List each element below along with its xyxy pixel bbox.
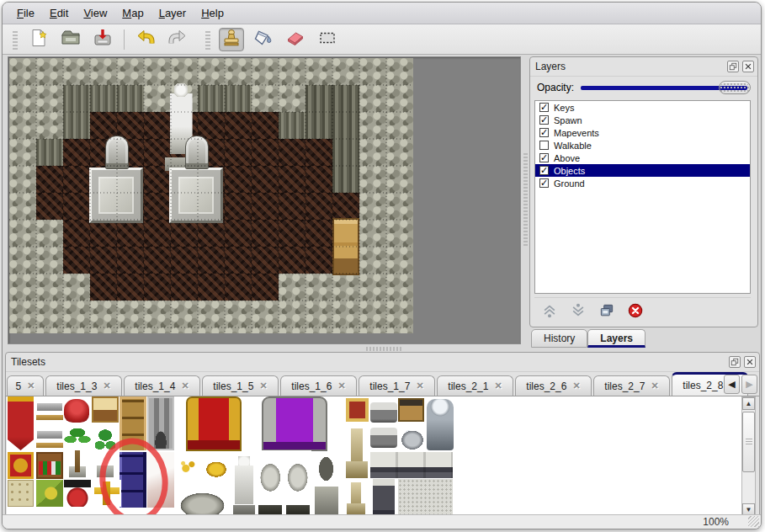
map-viewport[interactable] <box>8 56 521 344</box>
tileset-tab-tiles_2_6[interactable]: tiles_2_6✕ <box>515 375 592 396</box>
tab-close-icon[interactable]: ✕ <box>572 380 580 391</box>
tile-flag-green[interactable] <box>36 480 63 507</box>
layer-checkbox[interactable]: ✓ <box>539 103 549 112</box>
tile-crest-red[interactable] <box>8 452 34 479</box>
layer-checkbox[interactable]: ✓ <box>539 178 549 188</box>
delete-layer-button[interactable] <box>625 301 645 321</box>
tab-close-icon[interactable]: ✕ <box>27 380 35 391</box>
tile-necklace[interactable] <box>175 454 202 479</box>
undo-button[interactable] <box>133 28 158 51</box>
layer-checkbox[interactable]: ✓ <box>539 153 549 162</box>
tile-statue-white[interactable] <box>231 452 258 515</box>
tile-throne-red[interactable] <box>186 396 242 451</box>
tile-gate-gray[interactable] <box>147 396 174 450</box>
tileset-tab-tiles_1_4[interactable]: tiles_1_4✕ <box>124 375 200 396</box>
tab-history[interactable]: History <box>531 329 587 348</box>
tile-plant[interactable] <box>92 425 119 479</box>
tile-wall-post[interactable] <box>373 479 395 515</box>
tileset-tab-5[interactable]: 5✕ <box>7 375 44 396</box>
tile-portrait[interactable] <box>346 398 369 422</box>
opacity-slider[interactable] <box>581 80 751 95</box>
menu-layer[interactable]: Layer <box>151 4 194 22</box>
tile-armor-knight[interactable] <box>427 399 454 450</box>
tile-crate[interactable] <box>398 398 424 422</box>
tileset-tab-tiles_2_1[interactable]: tiles_2_1✕ <box>437 375 513 396</box>
tab-layers[interactable]: Layers <box>587 329 645 348</box>
menu-edit[interactable]: Edit <box>42 4 76 22</box>
tile-cloth-white[interactable] <box>147 452 174 508</box>
tile-loom[interactable] <box>36 426 63 450</box>
redo-button[interactable] <box>165 28 190 51</box>
float-button[interactable] <box>727 61 739 72</box>
tile-gargoyles[interactable] <box>257 450 311 515</box>
layer-row-spawn[interactable]: ✓Spawn <box>535 114 750 126</box>
duplicate-layer-button[interactable] <box>597 301 617 321</box>
float-button[interactable] <box>729 356 741 368</box>
tab-scroll-right-icon[interactable]: ▶ <box>741 375 757 394</box>
tileset-tab-tiles_2_7[interactable]: tiles_2_7✕ <box>593 375 670 396</box>
tile-cross-gold[interactable] <box>92 480 121 507</box>
tab-close-icon[interactable]: ✕ <box>103 380 110 391</box>
tile-throne-purple[interactable] <box>262 396 327 451</box>
tile-bookshelf[interactable] <box>36 452 63 479</box>
layer-row-walkable[interactable]: Walkable <box>535 139 750 152</box>
opacity-slider-handle[interactable] <box>719 81 751 94</box>
tileset-tab-tiles_1_3[interactable]: tiles_1_3✕ <box>45 375 122 396</box>
lower-layer-button[interactable] <box>568 301 588 321</box>
tab-close-icon[interactable]: ✕ <box>651 380 658 391</box>
tab-close-icon[interactable]: ✕ <box>416 380 423 391</box>
tile-wall-gray[interactable] <box>370 452 453 478</box>
tile-loom[interactable] <box>36 398 63 422</box>
tile-obelisk-small[interactable] <box>344 479 367 515</box>
tileset-tab-tiles_1_7[interactable]: tiles_1_7✕ <box>359 375 435 396</box>
fill-tool-button[interactable] <box>251 28 276 51</box>
tileset-content[interactable] <box>7 396 746 517</box>
menu-help[interactable]: Help <box>194 4 231 22</box>
menu-file[interactable]: File <box>9 4 42 22</box>
layer-row-ground[interactable]: ✓Ground <box>535 177 750 189</box>
tile-rocks[interactable] <box>175 483 230 515</box>
tab-close-icon[interactable]: ✕ <box>181 380 189 391</box>
map-canvas[interactable] <box>9 58 413 333</box>
tile-palm[interactable] <box>64 425 91 479</box>
tile-block-gray[interactable] <box>398 479 453 515</box>
open-button[interactable] <box>58 28 83 51</box>
toolbar-grip-tools[interactable] <box>205 29 210 50</box>
tileset-scrollbar[interactable]: ▲ ▼ <box>741 396 756 517</box>
stamp-tool-button[interactable] <box>219 28 244 51</box>
layer-row-objects[interactable]: ✓Objects <box>535 164 750 177</box>
tile-gargoyle-pot[interactable] <box>312 452 340 515</box>
save-button[interactable] <box>90 28 115 51</box>
tileset-tab-tiles_1_6[interactable]: tiles_1_6✕ <box>280 375 357 396</box>
layer-row-mapevents[interactable]: ✓Mapevents <box>535 126 750 139</box>
raise-layer-button[interactable] <box>539 301 560 321</box>
tile-parchment[interactable] <box>8 480 34 507</box>
tile-door-purple[interactable] <box>120 452 146 508</box>
resize-grip[interactable] <box>748 516 759 527</box>
scroll-up-icon[interactable]: ▲ <box>742 397 755 410</box>
vertical-splitter[interactable] <box>522 56 529 344</box>
tile-obelisk[interactable] <box>344 423 369 478</box>
close-button[interactable] <box>744 356 756 368</box>
layer-checkbox[interactable]: ✓ <box>539 115 549 125</box>
tile-cushion-red[interactable] <box>64 399 89 423</box>
layer-row-above[interactable]: ✓Above <box>535 152 750 164</box>
toolbar-grip[interactable] <box>13 29 18 50</box>
eraser-tool-button[interactable] <box>283 28 308 51</box>
tile-door-wood[interactable] <box>120 396 146 450</box>
tile-banner-red[interactable] <box>8 396 34 450</box>
tile-stool-sign[interactable] <box>64 480 91 507</box>
tab-scroll-left-icon[interactable]: ◀ <box>724 375 740 394</box>
tile-armor-pile[interactable] <box>399 423 426 451</box>
menu-view[interactable]: View <box>76 4 114 22</box>
tile-shelf-gray[interactable] <box>370 402 397 423</box>
tile-vanity[interactable] <box>92 396 119 423</box>
close-button[interactable] <box>742 61 754 72</box>
layer-row-keys[interactable]: ✓Keys <box>535 101 750 114</box>
select-tool-button[interactable] <box>315 28 340 51</box>
tile-gold-pile[interactable] <box>203 454 230 479</box>
scrollbar-thumb[interactable] <box>742 412 755 472</box>
layer-list[interactable]: ✓Keys✓Spawn✓MapeventsWalkable✓Above✓Obje… <box>534 100 751 294</box>
tab-close-icon[interactable]: ✕ <box>259 380 267 391</box>
tab-close-icon[interactable]: ✕ <box>337 380 345 391</box>
